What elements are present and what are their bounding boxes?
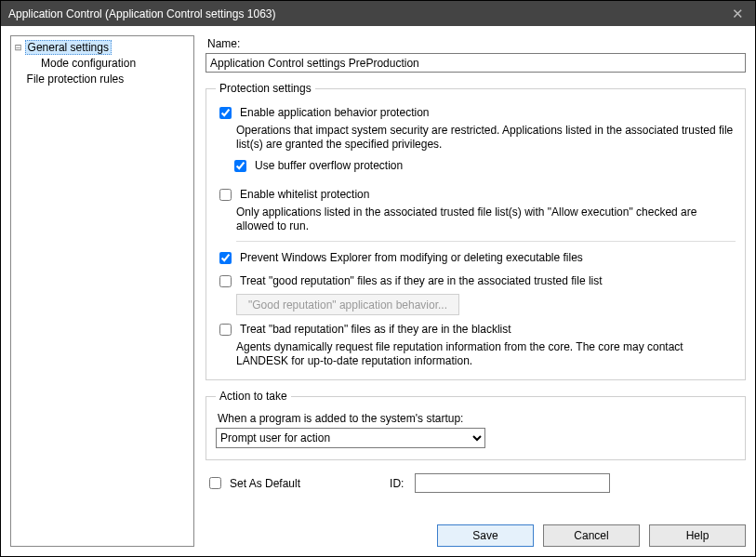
action-to-take-legend: Action to take [216, 390, 291, 403]
enable-behavior-checkbox[interactable] [219, 107, 232, 119]
window-title: Application Control (Application Control… [8, 7, 276, 20]
set-as-default-checkbox[interactable] [209, 477, 221, 489]
divider [236, 241, 736, 242]
name-label: Name: [207, 37, 746, 50]
buffer-overflow-label[interactable]: Use buffer overflow protection [255, 159, 403, 172]
prevent-explorer-label[interactable]: Prevent Windows Explorer from modifying … [240, 251, 583, 264]
name-input[interactable] [206, 53, 746, 73]
good-reputation-behavior-button: "Good reputation" application behavior..… [236, 294, 459, 315]
whitelist-desc: Only applications listed in the associat… [236, 206, 736, 233]
enable-behavior-desc: Operations that impact system security a… [236, 124, 736, 152]
tree-item-file-protection-rules[interactable]: File protection rules [13, 72, 192, 87]
startup-action-select[interactable]: Prompt user for action [216, 428, 485, 448]
tree-item-mode-configuration[interactable]: Mode configuration [13, 56, 192, 72]
whitelist-checkbox[interactable] [219, 189, 232, 201]
settings-tree[interactable]: ⊟ General settings Mode configuration Fi… [10, 35, 194, 547]
tree-branch-icon [15, 73, 21, 86]
bad-reputation-desc: Agents dynamically request file reputati… [236, 340, 736, 368]
title-bar: Application Control (Application Control… [1, 1, 755, 26]
id-label: ID: [390, 477, 404, 490]
protection-settings-legend: Protection settings [216, 82, 315, 95]
cancel-button[interactable]: Cancel [543, 524, 640, 547]
startup-action-label: When a program is added to the system's … [218, 412, 736, 425]
save-button[interactable]: Save [437, 524, 534, 547]
tree-item-general-settings[interactable]: ⊟ General settings [13, 40, 192, 56]
close-icon[interactable]: ✕ [728, 6, 748, 22]
set-as-default-label[interactable]: Set As Default [230, 477, 300, 490]
tree-item-label: File protection rules [25, 73, 126, 86]
help-button[interactable]: Help [649, 524, 746, 547]
bad-reputation-label[interactable]: Treat "bad reputation" files as if they … [240, 323, 511, 336]
enable-behavior-label[interactable]: Enable application behavior protection [240, 106, 429, 119]
bad-reputation-checkbox[interactable] [219, 324, 232, 336]
tree-item-label: Mode configuration [39, 57, 138, 70]
whitelist-label[interactable]: Enable whitelist protection [240, 188, 369, 201]
action-to-take-group: Action to take When a program is added t… [206, 390, 746, 460]
buffer-overflow-checkbox[interactable] [234, 160, 246, 172]
protection-settings-group: Protection settings Enable application b… [206, 82, 746, 380]
prevent-explorer-checkbox[interactable] [219, 252, 232, 264]
good-reputation-checkbox[interactable] [219, 275, 232, 287]
good-reputation-label[interactable]: Treat "good reputation" files as if they… [240, 274, 603, 287]
id-field [415, 473, 610, 493]
tree-item-label: General settings [25, 40, 112, 55]
tree-expander-icon[interactable]: ⊟ [15, 41, 21, 54]
